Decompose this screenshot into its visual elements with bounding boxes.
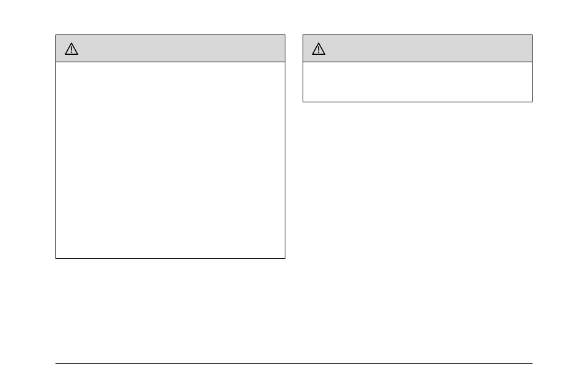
warning-icon [312,43,325,55]
warning-header-left [56,35,285,62]
content-columns [0,0,588,259]
svg-point-2 [71,51,72,52]
warning-box-left [55,35,285,259]
warning-body-right [303,62,532,102]
page-footer-rule [55,363,533,364]
warning-body-left [56,62,285,258]
warning-icon [65,43,78,55]
warning-box-right [303,35,533,102]
warning-header-right [303,35,532,62]
left-column [55,35,285,259]
svg-point-5 [318,51,319,52]
right-column [303,35,533,259]
